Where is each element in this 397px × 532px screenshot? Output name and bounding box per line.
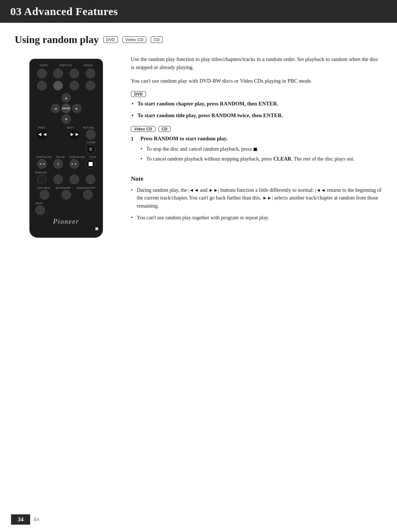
nav-enter[interactable]: ENTER [61,104,71,113]
btn-lastmem[interactable] [40,190,49,200]
btn-r2-2[interactable] [53,81,63,90]
remote-wrapper: AUDIO SUBTITLE ANGLE [15,59,118,238]
random-label: RANDOM [35,171,47,174]
section-title-text: Using random play [15,34,99,46]
btn-row-2 [34,81,99,90]
stepfwd-label: STEP/SLOW [69,156,85,158]
clear-label-row: CLEAR [34,141,99,144]
note-bullet-list: During random play, the |◄◄ and ►►| butt… [131,186,382,222]
btn-r2-4[interactable] [86,81,95,90]
btn-row-1 [34,69,99,78]
btn-return[interactable] [86,130,96,139]
nav-right[interactable]: ► [72,104,82,113]
remote-control: AUDIO SUBTITLE ANGLE [29,59,103,238]
main-content: Using random play DVD Video CD CD AUDIO … [0,23,397,252]
btn-searchsort[interactable] [83,190,93,200]
lastmem-label: LAST MEM [36,187,50,189]
btn-angle[interactable] [69,69,79,78]
badge-dvd: DVD [103,36,118,43]
badge-cd: CD [151,36,163,43]
two-column-layout: AUDIO SUBTITLE ANGLE [15,55,382,238]
shift-label-row: SHIFT [34,202,99,205]
step-subbullets: To stop the disc and cancel random playb… [140,145,382,163]
step-num: 1 [131,135,137,165]
step-1: 1 Press RANDOM to start random play. To … [131,135,382,165]
sub-bullet-2: To cancel random playback without stoppi… [140,155,382,163]
intro-para1: Use the random play function to play tit… [131,55,382,72]
btn-r2-3[interactable] [69,81,79,90]
remote-serial: ⬜ [34,227,99,230]
dvd-bullet-list: To start random chapter play, press RAND… [131,100,382,120]
btn-empty-mid [54,130,63,139]
btn-stop[interactable] [86,159,95,169]
btn-stepfwd[interactable]: ►► [69,159,79,169]
prev-next-labels: PREV XX NEXT RETURN [34,126,99,129]
subtitle-label: SUBTITLE [60,64,72,66]
note-section: Note During random play, the |◄◄ and ►►|… [131,175,382,222]
videocd-badge: Video CD [131,126,155,132]
badge-videocd: Video CD [122,36,146,43]
numbered-steps: 1 Press RANDOM to start random play. To … [131,135,382,165]
btn-shift[interactable] [35,205,45,215]
btn-bookmark[interactable] [61,190,71,200]
nav-empty-2 [72,93,82,103]
audio-label: AUDIO [40,64,48,66]
note-bullet-1: During random play, the |◄◄ and ►►| butt… [131,186,382,210]
clear-row: C [34,144,99,154]
btn-r2-1[interactable] [37,81,47,90]
next-icon-2: ►►| [262,195,273,201]
btn-clear[interactable]: C [86,144,96,154]
dvd-bullet-1: To start random chapter play, press RAND… [131,100,382,108]
footer: 34 En [0,514,397,525]
nav-empty-3 [51,114,60,124]
stepback-label: STEP/SLOW [36,156,51,158]
angle-label: ANGLE [84,64,93,66]
step-labels: STEP/SLOW PAUSE STEP/SLOW STOP [34,156,99,158]
prev-icon: |◄◄ [188,187,198,193]
btn-next[interactable]: ►► [69,130,80,139]
btn-extra1[interactable] [86,69,95,78]
nav-empty-1 [51,93,60,103]
btn-r5-2[interactable] [53,175,63,184]
footer-lang: En [34,517,39,522]
page-header: 03 Advanced Features [0,0,397,23]
dvd-bullet-2: To start random title play, press RANDOM… [131,112,382,120]
search-label: SEARCH/SORT [76,187,96,189]
note-bullet-2: You can't use random play together with … [131,214,382,222]
pause-label: PAUSE [56,156,65,158]
intro-para2: You can't use random play with DVD-RW di… [131,77,382,85]
btn-prev[interactable]: ◄◄ [37,130,48,139]
prev-label: PREV [38,126,46,129]
shift-row [34,205,99,215]
right-column: Use the random play function to play tit… [131,55,382,238]
btn-random[interactable] [37,175,47,184]
nav-empty-4 [72,114,82,124]
dvd-section: DVD [131,91,382,97]
next-label: NEXT [67,126,74,129]
nav-up[interactable]: ▲ [61,93,71,103]
page-number: 34 [11,514,30,525]
btn-pause[interactable]: ⏸ [53,159,63,169]
bookmark-row [34,190,99,200]
nav-down[interactable]: ▼ [61,114,71,124]
stop-icon [89,162,93,166]
left-column: AUDIO SUBTITLE ANGLE [15,55,118,238]
section-title: Using random play DVD Video CD CD [15,34,382,46]
btn-subtitle[interactable] [53,69,63,78]
shift-label: SHIFT [35,202,43,205]
random-label-row: RANDOM [34,171,99,174]
btn-r5-3[interactable] [69,175,79,184]
nav-left[interactable]: ◄ [51,104,60,113]
sub-bullet-1: To stop the disc and cancel random playb… [140,145,382,153]
clear-key: CLEAR [273,156,291,162]
btn-r5-4[interactable] [86,175,95,184]
clear-label: CLEAR [87,141,96,144]
stop-label-text: STOP [89,156,96,158]
step-btns-row: ◄◄ ⏸ ►► [34,159,99,169]
btn-stepback[interactable]: ◄◄ [37,159,47,169]
next-icon: ►►| [209,187,219,193]
stop-icon-inline [254,148,257,151]
step-content: Press RANDOM to start random play. To st… [140,135,382,165]
bookmark-labels: LAST MEM BOOKMARK SEARCH/SORT [34,187,99,189]
btn-audio[interactable] [37,69,47,78]
